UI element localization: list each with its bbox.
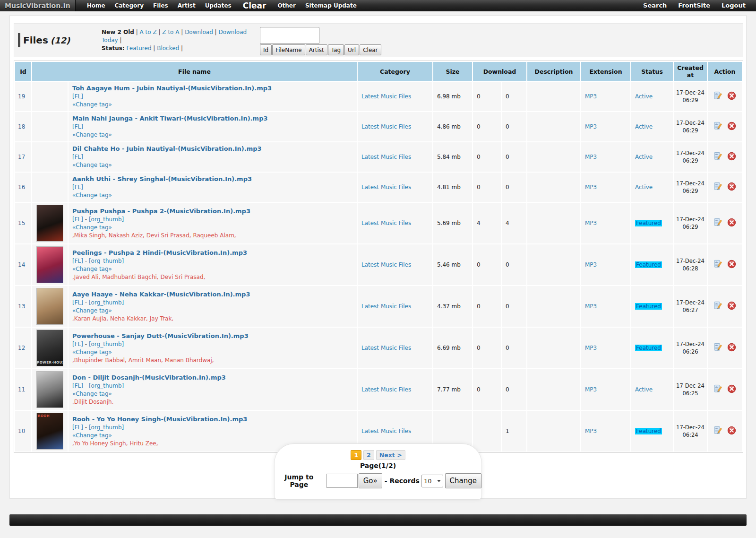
change-tag-link[interactable]: «Change tag» — [72, 101, 112, 108]
search-by-clear-button[interactable]: Clear — [360, 44, 381, 55]
change-tag-link[interactable]: «Change tag» — [72, 307, 112, 314]
page-button-1[interactable]: 1 — [351, 450, 361, 460]
jump-to-page-input[interactable] — [326, 474, 358, 488]
status-featured-badge[interactable]: Featured — [635, 345, 662, 351]
sort-link-z-to-a[interactable]: Z to A — [162, 29, 179, 35]
status-link[interactable]: Active — [635, 93, 653, 100]
extension-link[interactable]: MP3 — [585, 184, 597, 191]
sort-link-download[interactable]: Download — [185, 29, 213, 35]
search-by-id-button[interactable]: Id — [260, 44, 272, 55]
status-featured-badge[interactable]: Featured — [635, 261, 662, 268]
file-id-link[interactable]: 14 — [18, 261, 25, 268]
extension-link[interactable]: MP3 — [585, 386, 597, 393]
category-link[interactable]: Latest Music Files — [361, 261, 411, 268]
edit-icon[interactable]: abc — [713, 218, 722, 228]
edit-icon[interactable]: abc — [713, 91, 722, 102]
file-id-link[interactable]: 18 — [18, 123, 25, 130]
nav-item-artist[interactable]: Artist — [178, 0, 196, 11]
fl-link[interactable]: [FL] — [72, 123, 83, 130]
category-link[interactable]: Latest Music Files — [361, 345, 411, 351]
extension-link[interactable]: MP3 — [585, 123, 597, 130]
delete-icon[interactable] — [727, 301, 736, 312]
file-title-link[interactable]: Rooh - Yo Yo Honey Singh-(MusicVibration… — [72, 416, 247, 423]
fl-link[interactable]: [FL] — [72, 184, 83, 191]
search-by-artist-button[interactable]: Artist — [306, 44, 327, 55]
change-tag-link[interactable]: «Change tag» — [72, 349, 112, 356]
file-title-link[interactable]: Main Nahi Jaunga - Ankit Tiwari-(MusicVi… — [72, 115, 267, 122]
nav-item-clear[interactable]: Clear — [243, 0, 266, 11]
change-button[interactable]: Change — [445, 473, 481, 488]
edit-icon[interactable]: abc — [713, 182, 722, 192]
status-link[interactable]: Active — [635, 154, 653, 160]
fl-link[interactable]: [FL] — [72, 258, 83, 264]
change-tag-link[interactable]: «Change tag» — [72, 224, 112, 231]
nav-item-frontsite[interactable]: FrontSite — [678, 0, 710, 11]
extension-link[interactable]: MP3 — [585, 303, 597, 310]
status-link[interactable]: Active — [635, 123, 653, 130]
page-button-next[interactable]: Next > — [376, 450, 405, 460]
status-filter-link-blocked[interactable]: Blocked — [157, 45, 179, 52]
extension-link[interactable]: MP3 — [585, 428, 597, 434]
nav-item-category[interactable]: Category — [115, 0, 144, 11]
org-thumb-link[interactable]: [org_thumb] — [89, 258, 124, 264]
status-link[interactable]: Active — [635, 184, 653, 191]
org-thumb-link[interactable]: [org_thumb] — [89, 216, 124, 223]
extension-link[interactable]: MP3 — [585, 93, 597, 100]
delete-icon[interactable] — [727, 152, 736, 162]
change-tag-link[interactable]: «Change tag» — [72, 192, 112, 199]
delete-icon[interactable] — [727, 343, 736, 353]
org-thumb-link[interactable]: [org_thumb] — [89, 424, 124, 431]
change-tag-link[interactable]: «Change tag» — [72, 390, 112, 397]
file-id-link[interactable]: 10 — [18, 428, 25, 434]
nav-item-files[interactable]: Files — [153, 0, 168, 11]
sort-link-a-to-z[interactable]: A to Z — [140, 29, 157, 35]
file-id-link[interactable]: 15 — [18, 220, 25, 226]
edit-icon[interactable]: abc — [713, 121, 722, 132]
category-link[interactable]: Latest Music Files — [361, 303, 411, 310]
status-filter-link-featured[interactable]: Featured — [127, 45, 152, 52]
search-input[interactable] — [260, 27, 319, 44]
nav-item-sitemap-update[interactable]: Sitemap Update — [305, 0, 357, 11]
status-featured-badge[interactable]: Featured — [635, 220, 662, 226]
file-id-link[interactable]: 12 — [18, 345, 25, 351]
file-title-link[interactable]: Don - Diljit Dosanjh-(MusicVibration.In)… — [72, 374, 226, 381]
extension-link[interactable]: MP3 — [585, 220, 597, 226]
org-thumb-link[interactable]: [org_thumb] — [89, 382, 124, 389]
edit-icon[interactable]: abc — [713, 426, 722, 436]
category-link[interactable]: Latest Music Files — [361, 386, 411, 393]
org-thumb-link[interactable]: [org_thumb] — [89, 299, 124, 306]
category-link[interactable]: Latest Music Files — [361, 154, 411, 160]
delete-icon[interactable] — [727, 260, 736, 270]
category-link[interactable]: Latest Music Files — [361, 428, 411, 434]
change-tag-link[interactable]: «Change tag» — [72, 432, 112, 439]
file-title-link[interactable]: Aankh Uthi - Shrey Singhal-(MusicVibrati… — [72, 175, 252, 182]
nav-item-search[interactable]: Search — [643, 0, 667, 11]
file-title-link[interactable]: Pushpa Pushpa - Pushpa 2-(MusicVibration… — [72, 208, 250, 215]
fl-link[interactable]: [FL] — [72, 216, 83, 223]
search-by-url-button[interactable]: Url — [344, 44, 359, 55]
delete-icon[interactable] — [727, 121, 736, 132]
edit-icon[interactable]: abc — [713, 260, 722, 270]
file-title-link[interactable]: Toh Aagaye Hum - Jubin Nautiyal-(MusicVi… — [72, 85, 272, 92]
category-link[interactable]: Latest Music Files — [361, 184, 411, 191]
status-featured-badge[interactable]: Featured — [635, 303, 662, 310]
delete-icon[interactable] — [727, 182, 736, 192]
file-title-link[interactable]: Peelings - Pushpa 2 Hindi-(MusicVibratio… — [72, 249, 247, 256]
status-featured-badge[interactable]: Featured — [635, 428, 662, 434]
search-by-tag-button[interactable]: Tag — [328, 44, 344, 55]
file-id-link[interactable]: 13 — [18, 303, 25, 310]
delete-icon[interactable] — [727, 218, 736, 228]
extension-link[interactable]: MP3 — [585, 261, 597, 268]
category-link[interactable]: Latest Music Files — [361, 220, 411, 226]
search-by-filename-button[interactable]: FileName — [272, 44, 305, 55]
nav-item-home[interactable]: Home — [87, 0, 105, 11]
fl-link[interactable]: [FL] — [72, 382, 83, 389]
delete-icon[interactable] — [727, 384, 736, 395]
delete-icon[interactable] — [727, 426, 736, 436]
delete-icon[interactable] — [727, 91, 736, 102]
extension-link[interactable]: MP3 — [585, 154, 597, 160]
status-link[interactable]: Active — [635, 386, 653, 393]
records-select[interactable]: 10 — [421, 475, 443, 487]
nav-item-other[interactable]: Other — [277, 0, 296, 11]
fl-link[interactable]: [FL] — [72, 299, 83, 306]
